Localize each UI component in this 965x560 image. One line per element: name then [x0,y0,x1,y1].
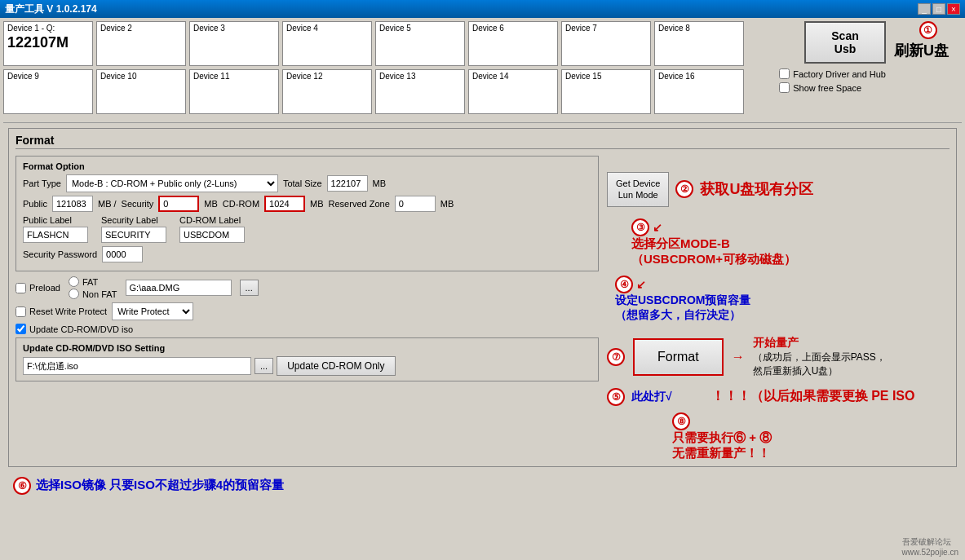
annotation-circle-6-bottom: ⑥ [13,477,31,495]
device-1[interactable]: Device 1 - Q: 122107M [3,21,93,66]
reserved-zone-mb: MB [440,199,454,209]
show-free-space-label: Show free Space [793,83,861,93]
device-10-label: Device 10 [100,72,182,81]
annotation-circle-7: ⑦ [607,348,625,366]
window-controls: _ □ × [918,3,960,15]
update-cdrom-checkbox[interactable] [15,324,26,334]
part-type-label: Part Type [23,179,61,188]
device-7[interactable]: Device 7 [561,21,651,66]
security-label: Security [122,199,154,209]
device-11[interactable]: Device 11 [189,69,279,114]
device-1-value: 122107M [7,34,69,51]
watermark: 吾爱破解论坛www.52pojie.cn [902,536,958,557]
cdrom-label-label: CD-ROM Label [179,215,245,225]
annotation-5-text: 此处打√ [631,390,672,404]
format-arrow: → [732,350,745,364]
security-password-input[interactable] [102,246,143,262]
window-title: 量产工具 V 1.0.2.174 [5,2,97,16]
maximize-button[interactable]: □ [932,3,945,15]
update-cdrom-label: Update CD-ROM/DVD iso [29,324,133,334]
cdrom-input[interactable] [264,196,305,212]
public-input[interactable] [52,196,93,212]
annotation-circle-4: ④ [615,276,633,293]
device-5[interactable]: Device 5 [375,21,465,66]
preload-path-input[interactable] [126,280,232,296]
labels-row: Public Label Security Label CD-ROM Label [23,215,591,243]
factory-driver-label: Factory Driver and Hub [793,69,886,79]
total-size-mb: MB [373,179,387,188]
format-annotations: Get DeviceLun Mode ② 获取U盘现有分区 ③ ↙ 选择分区MO… [607,156,950,461]
device-9[interactable]: Device 9 [3,69,93,114]
device-2[interactable]: Device 2 [96,21,186,66]
part-type-select[interactable]: Mode-B : CD-ROM + Public only (2-Luns) [66,174,278,192]
device-15[interactable]: Device 15 [561,69,651,114]
annotation-8-header: ！！！（以后如果需要更换 PE ISO [711,388,915,405]
show-free-space-checkbox[interactable] [779,82,790,93]
cdrom-mb: MB [310,199,324,209]
iso-browse-button[interactable]: ... [255,358,273,374]
public-mb: MB / [98,199,117,209]
device-3[interactable]: Device 3 [189,21,279,66]
format-option-label: Format Option [23,161,591,171]
annotation-6-label: 选择ISO镜像 只要ISO不超过步骤4的预留容量 [36,478,284,493]
iso-path-row: ... Update CD-ROM Only [23,356,591,376]
device-16[interactable]: Device 16 [654,69,744,114]
reserved-zone-input[interactable] [395,196,436,212]
total-size-input[interactable] [327,175,368,192]
device-row-2: Device 9 Device 10 Device 11 Device 12 D… [3,69,776,114]
iso-section: Update CD-ROM/DVD ISO Setting ... Update… [15,337,599,381]
refresh-label: 刷新U盘 [894,41,949,60]
update-cd-button[interactable]: Update CD-ROM Only [277,356,395,376]
device-6[interactable]: Device 6 [468,21,558,66]
total-size-label: Total Size [283,179,322,188]
cdrom-label-input[interactable] [179,227,245,243]
public-label-input[interactable] [23,227,88,243]
fat-radio[interactable] [69,276,79,287]
security-label-input[interactable] [101,227,166,243]
main-window: Device 1 - Q: 122107M Device 2 Device 3 … [0,18,965,505]
get-device-button[interactable]: Get DeviceLun Mode [607,172,669,207]
reset-write-protect-checkbox[interactable] [15,306,26,317]
sizes-row: Public MB / Security MB CD-ROM MB Reserv… [23,196,591,212]
iso-path-input[interactable] [23,357,251,375]
device-14[interactable]: Device 14 [468,69,558,114]
annotation-2-text: 获取U盘现有分区 [700,179,813,199]
show-free-space-checkbox-row[interactable]: Show free Space [779,82,886,93]
public-label: Public [23,199,47,209]
devices-container: Device 1 - Q: 122107M Device 2 Device 3 … [3,21,962,117]
top-right-options: Factory Driver and Hub Show free Space [779,68,886,93]
write-protect-select[interactable]: Write Protect [112,302,193,320]
minimize-button[interactable]: _ [918,3,931,15]
preload-checkbox[interactable] [15,283,26,293]
device-10[interactable]: Device 10 [96,69,186,114]
device-13-label: Device 13 [379,72,461,81]
device-8[interactable]: Device 8 [654,21,744,66]
format-section: Format Format Option Part Type Mode-B : … [8,128,957,467]
device-3-label: Device 3 [193,24,275,33]
device-12[interactable]: Device 12 [282,69,372,114]
preload-browse-button[interactable]: ... [240,280,259,296]
devices-right-panel: Scan Usb Factory Driver and Hub Show fre… [779,21,962,93]
device-14-label: Device 14 [472,72,554,81]
security-input[interactable] [158,196,199,212]
iso-section-title: Update CD-ROM/DVD ISO Setting [23,343,591,353]
update-cdrom-row: Update CD-ROM/DVD iso [15,324,599,334]
device-2-label: Device 2 [100,24,182,33]
annotation-circle-3: ③ [631,218,649,236]
annotation-5-row: ⑤ 此处打√ ！！！（以后如果需要更换 PE ISO [607,388,950,406]
fat-radio-group: FAT Non FAT [69,276,117,299]
device-15-label: Device 15 [565,72,647,81]
factory-driver-checkbox[interactable] [779,68,790,79]
preload-checkbox-label[interactable]: Preload [15,283,60,293]
format-option-group: Format Option Part Type Mode-B : CD-ROM … [15,156,599,271]
non-fat-radio[interactable] [69,289,79,299]
factory-driver-checkbox-row[interactable]: Factory Driver and Hub [779,68,886,79]
close-button[interactable]: × [947,3,960,15]
device-13[interactable]: Device 13 [375,69,465,114]
fat-label: FAT [82,277,98,287]
device-4[interactable]: Device 4 [282,21,372,66]
format-button[interactable]: Format [633,338,724,376]
annotation-circle-8: ⑧ [672,412,690,430]
annotation-7-sub2: 然后重新插入U盘） [753,364,886,378]
scan-usb-button[interactable]: Scan Usb [804,21,886,64]
